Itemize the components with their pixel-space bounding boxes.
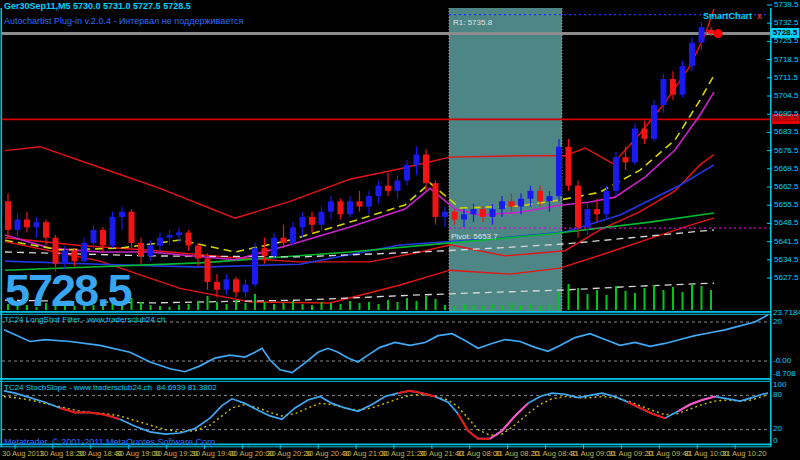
indicator-axis-label: -0.00 (773, 357, 791, 365)
price-axis-label: 5648.5 (774, 219, 798, 227)
indicator-axis-label: 20 (773, 318, 782, 326)
time-axis-label: 30 Aug 2011 (2, 450, 44, 458)
smartchart-close-icon[interactable]: x (757, 11, 762, 21)
price-axis-label: 5655.5 (774, 201, 798, 209)
price-axis-label: 5704.5 (774, 92, 798, 100)
price-axis-label: 5711.5 (774, 74, 798, 82)
price-axis-label: 5627.5 (774, 274, 798, 282)
autochartist-status: Autochartist Plug-in v.2.0.4 - Интервал … (4, 17, 243, 26)
pivot-level-label: Pivot: 5653.7 (451, 233, 498, 241)
price-axis-label: 5718.5 (774, 56, 798, 64)
symbol-ohlc-title: Ger30Sep11,M5 5730.0 5731.0 5727.5 5728.… (4, 2, 191, 11)
indicator2-label: TC24 StochSlope - www.tradersclub24.ch 8… (4, 384, 217, 392)
price-axis-label: 5669.5 (774, 165, 798, 173)
price-axis-label: 5739.5 (774, 1, 798, 9)
indicator-axis-label: 20 (773, 425, 782, 433)
price-axis-label: 5662.5 (774, 183, 798, 191)
copyright-label: Metatrader, © 2001-2011 MetaQuotes Softw… (4, 438, 218, 447)
indicator-axis-label: 100 (773, 381, 786, 389)
indicator1-label: TC24 LongShot Filter - www.tradersclub24… (4, 316, 165, 324)
indicator-axis-label: 80 (773, 391, 782, 399)
price-axis-label: 5641.5 (774, 238, 798, 246)
indicator2-name: TC24 StochSlope - www.tradersclub24.ch (4, 383, 152, 392)
indicator-axis-label: 23.7184 (773, 309, 800, 317)
price-axis-label: 5676.5 (774, 147, 798, 155)
price-axis-label: 5732.5 (774, 19, 798, 27)
price-axis-label: 5683.5 (774, 128, 798, 136)
indicator-axis-label: -8.708 (773, 370, 796, 378)
smartchart-text: SmartChart (703, 11, 752, 21)
indicator2-values: 84.6939 81.3802 (157, 383, 217, 392)
price-axis-label: 5634.5 (774, 256, 798, 264)
indicator-axis-label: 0 (773, 437, 777, 445)
metatrader-window: Ger30Sep11,M5 5730.0 5731.0 5727.5 5728.… (0, 0, 800, 460)
price-axis-label: 5725.5 (774, 37, 798, 45)
price-axis-label: 5690.5 (774, 110, 798, 118)
time-axis-label: 31 Aug 10:20 (722, 450, 766, 458)
current-price-display: 5728.5 (5, 268, 131, 313)
r1-level-label: R1: 5735.8 (453, 19, 492, 27)
smartchart-label: SmartChartx (703, 12, 762, 21)
